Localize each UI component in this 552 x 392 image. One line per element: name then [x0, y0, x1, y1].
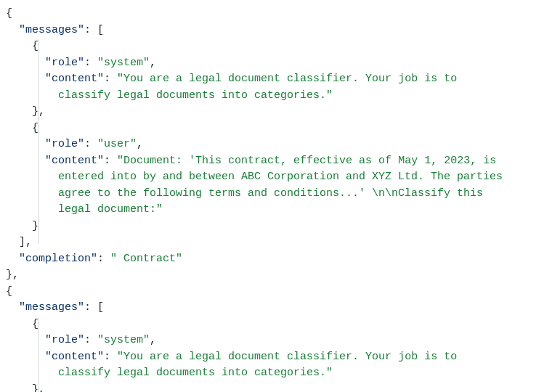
value-content-line: classify legal documents into categories…	[58, 367, 333, 379]
value-role: "system"	[97, 334, 150, 346]
value-content-line: agree to the following terms and conditi…	[58, 187, 483, 200]
value-content-line: "Document: 'This contract, effective as …	[117, 155, 496, 167]
key-role: "role"	[45, 334, 84, 346]
key-completion: "completion"	[19, 253, 97, 265]
key-role: "role"	[45, 57, 84, 69]
key-messages: "messages"	[19, 24, 84, 36]
value-content-line: "You are a legal document classifier. Yo…	[117, 351, 457, 363]
key-messages: "messages"	[19, 301, 84, 314]
value-role: "user"	[97, 138, 137, 150]
value-content-line: entered into by and between ABC Corporat…	[58, 171, 503, 183]
json-code-block: { "messages": [ { "role": "system", "con…	[6, 6, 546, 392]
value-content-line: legal document:"	[58, 203, 163, 216]
value-role: "system"	[97, 57, 150, 69]
key-content: "content"	[45, 351, 104, 363]
value-completion: " Contract"	[110, 253, 182, 265]
key-content: "content"	[45, 73, 104, 85]
key-role: "role"	[45, 138, 84, 150]
key-content: "content"	[45, 155, 104, 167]
value-content-line: classify legal documents into categories…	[58, 89, 333, 102]
brace-open: {	[6, 7, 12, 20]
value-content-line: "You are a legal document classifier. Yo…	[117, 73, 457, 85]
json-content: { "messages": [ { "role": "system", "con…	[6, 6, 546, 392]
